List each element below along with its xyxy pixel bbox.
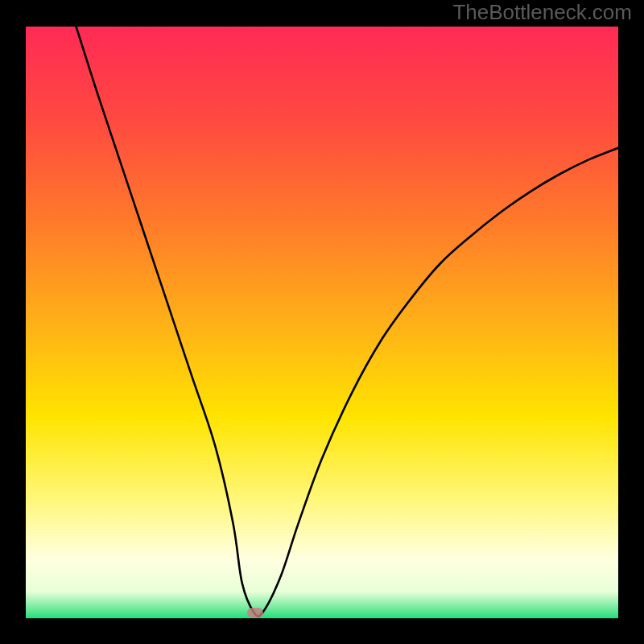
bottleneck-curve [0, 0, 644, 644]
optimal-marker [247, 608, 263, 617]
chart-container: TheBottleneck.com [0, 0, 644, 644]
